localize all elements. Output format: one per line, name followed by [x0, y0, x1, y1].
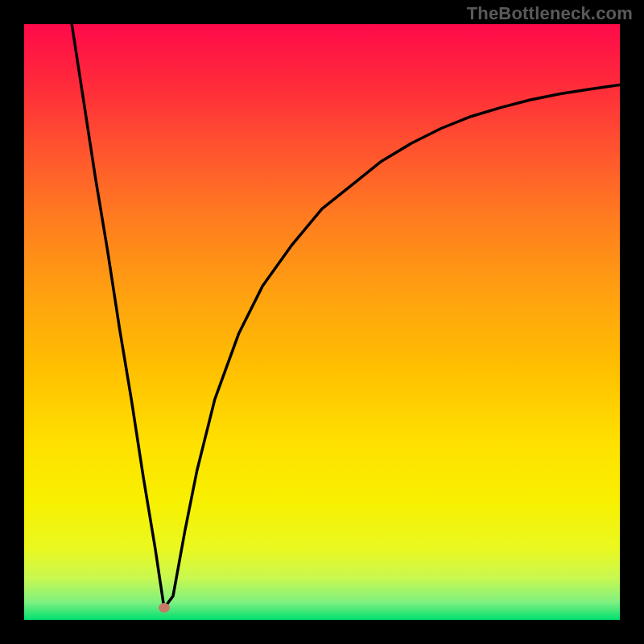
optimal-point-marker	[159, 603, 170, 613]
bottleneck-curve	[72, 24, 620, 608]
bottleneck-chart: TheBottleneck.com	[0, 0, 644, 644]
curve-svg	[24, 24, 620, 620]
plot-area	[24, 24, 620, 620]
watermark-text: TheBottleneck.com	[467, 3, 633, 24]
